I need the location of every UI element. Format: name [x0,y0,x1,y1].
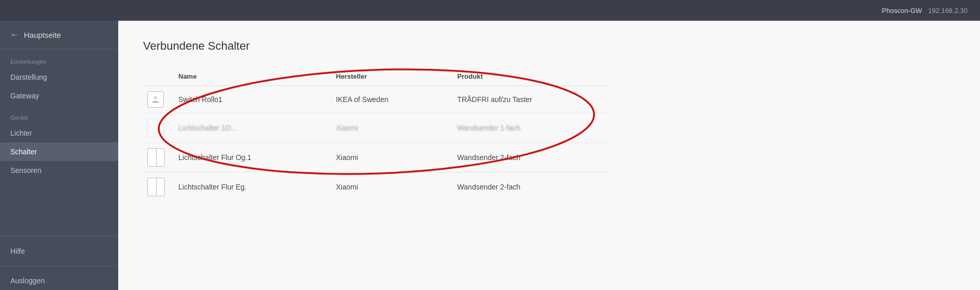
sidebar-item-gateway[interactable]: Gateway [0,86,118,105]
col-name: Name [170,67,328,86]
icon-half-right [157,149,165,166]
home-link[interactable]: ← Hauptseite [0,21,118,49]
sidebar-item-sensoren[interactable]: Sensoren [0,161,118,180]
device-icon-cell [143,113,170,143]
1fach-icon [147,119,164,137]
col-icon [143,67,170,86]
topbar-ip: 192.168.2.30 [928,7,968,15]
topbar: Phoscon-GW 192.168.2.30 [0,0,980,21]
sidebar-item-schalter[interactable]: Schalter [0,142,118,161]
table-body: Switch Rollo1 IKEA of Sweden TRÅDFRI auf… [143,86,610,202]
table-row[interactable]: Lichtschalter Flur Og.1 Xiaomi Wandsende… [143,143,610,172]
row-hersteller: Xiaomi [328,143,449,172]
row-name: Lichtschalter Flur Og.1 [170,143,328,172]
sidebar-item-ausloggen[interactable]: Ausloggen [0,271,118,290]
sidebar-item-darstellung[interactable]: Darstellung [0,68,118,86]
sidebar-item-hilfe[interactable]: Hilfe [0,242,118,260]
row-produkt: Wandsender 1-fach [449,113,610,143]
taster-line [152,102,159,103]
main-content: Verbundene Schalter Name Hersteller Prod… [118,21,980,290]
row-produkt: Wandsender 2-fach [449,143,610,172]
home-label: Hauptseite [24,31,61,39]
topbar-hostname: Phoscon-GW [882,7,922,15]
sidebar-item-lichter[interactable]: Lichter [0,124,118,142]
icon-half-left [148,149,157,166]
taster-dot [154,96,157,99]
row-produkt: Wandsender 2-fach [449,172,610,202]
layout: ← Hauptseite Einstellungen Darstellung G… [0,21,980,290]
icon-half-left [148,178,157,196]
col-produkt: Produkt [449,67,610,86]
page-title: Verbundene Schalter [143,39,955,53]
sidebar-bottom: Hilfe Ausloggen [0,231,118,290]
row-hersteller: IKEA of Sweden [328,86,449,113]
device-icon-cell [143,143,170,172]
sidebar-section-einstellungen: Einstellungen Darstellung Gateway [0,49,118,105]
row-produkt: TRÅDFRI auf/zu Taster [449,86,610,113]
home-arrow-icon: ← [10,30,19,39]
geraete-label: Geräte [0,105,118,124]
device-icon-cell [143,172,170,202]
sidebar: ← Hauptseite Einstellungen Darstellung G… [0,21,118,290]
row-hersteller: Xiaomi [328,172,449,202]
row-name: Lichtschalter Flur Eg. [170,172,328,202]
sidebar-section-geraete: Geräte Lichter Schalter Sensoren [0,105,118,180]
einstellungen-label: Einstellungen [0,49,118,68]
taster-icon [147,91,164,108]
col-hersteller: Hersteller [328,67,449,86]
device-icon-cell [143,86,170,113]
2fach-icon [147,178,165,196]
table-row[interactable]: Lichtschalter 1O... Xiaomi Wandsender 1-… [143,113,610,143]
sidebar-divider-2 [0,266,118,266]
table-header: Name Hersteller Produkt [143,67,610,86]
row-name: Switch Rollo1 [170,86,328,113]
topbar-info: Phoscon-GW 192.168.2.30 [882,7,968,15]
table-wrapper: Name Hersteller Produkt [143,67,955,201]
icon-half-right [157,178,165,196]
sidebar-divider [0,236,118,237]
switches-table: Name Hersteller Produkt [143,67,610,201]
row-hersteller: Xiaomi [328,113,449,143]
2fach-icon [147,148,165,167]
table-row[interactable]: Switch Rollo1 IKEA of Sweden TRÅDFRI auf… [143,86,610,113]
table-row[interactable]: Lichtschalter Flur Eg. Xiaomi Wandsender… [143,172,610,202]
row-name: Lichtschalter 1O... [170,113,328,143]
